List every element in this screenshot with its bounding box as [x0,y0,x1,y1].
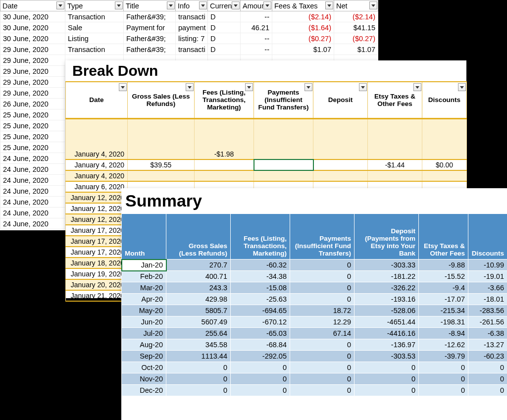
cell[interactable]: $41.15 [334,22,378,33]
cell[interactable]: -193.16 [355,294,419,305]
cell[interactable]: Father&#39; [124,44,176,55]
cell[interactable]: Sep-20 [122,351,166,362]
cell[interactable]: -13.27 [468,339,507,351]
table-row[interactable]: Jun-205607.49-670.1212.29-4651.44-198.31… [122,316,507,328]
cell[interactable]: Mar-20 [122,282,166,294]
cell[interactable]: 29 June, 2020 [0,88,65,99]
cell[interactable]: 345.58 [166,339,231,351]
cell[interactable]: Jul-20 [122,328,166,339]
filter-dropdown-icon[interactable] [359,83,367,91]
table-row[interactable]: May-205805.7-694.6518.72-528.06-215.34-2… [122,305,507,316]
cell[interactable] [254,159,313,170]
cell[interactable]: -283.56 [468,305,507,316]
col-header[interactable]: Etsy Taxes & Other Fees [419,214,468,260]
cell[interactable]: 24 June, 2020 [0,218,65,229]
cell[interactable]: -292.05 [231,351,290,362]
cell[interactable]: 24 June, 2020 [0,164,65,175]
cell[interactable]: -12.62 [419,339,468,351]
cell[interactable]: -670.12 [231,316,290,328]
cell[interactable]: -18.01 [468,294,507,305]
cell[interactable]: -68.84 [231,339,290,351]
table-row[interactable]: Sep-201113.44-292.050-303.53-39.79-60.23 [122,351,507,362]
cell[interactable]: 0 [290,385,355,396]
cell[interactable] [128,118,195,159]
cell[interactable]: 0 [290,362,355,373]
cell[interactable]: 5607.49 [166,316,231,328]
cell[interactable]: -261.56 [468,316,507,328]
cell[interactable]: -694.65 [231,305,290,316]
cell[interactable]: -60.32 [231,260,290,271]
cell[interactable]: ($1.64) [272,22,334,33]
cell[interactable]: 5805.7 [166,305,231,316]
cell[interactable]: 0 [231,373,290,385]
cell[interactable]: Jun-20 [122,316,166,328]
table-row[interactable]: 30 June, 2020ListingFather&#39;listing: … [0,33,378,44]
col-header[interactable]: Payments (Insufficient Fund Transfers) [254,82,313,118]
table-row[interactable]: January 4, 2020-$1.98 [66,118,467,159]
col-header[interactable]: Deposit (Payments from Etsy into Your Ba… [355,214,419,260]
col-header[interactable]: Fees (Listing, Transactions, Marketing) [195,82,254,118]
cell[interactable]: -39.79 [419,351,468,362]
table-row[interactable]: Jan-20270.7-60.320-303.33-9.88-10.99 [122,260,507,271]
cell[interactable]: January 6, 2020 [66,181,128,192]
cell[interactable]: -10.99 [468,260,507,271]
cell[interactable]: 0 [355,362,419,373]
filter-dropdown-icon[interactable] [263,1,271,9]
cell[interactable]: -528.06 [355,305,419,316]
cell[interactable]: 400.71 [166,271,231,282]
filter-dropdown-icon[interactable] [458,83,466,91]
cell[interactable]: 24 June, 2020 [0,197,65,208]
table-row[interactable]: Oct-20000000 [122,362,507,373]
cell[interactable]: 25 June, 2020 [0,109,65,120]
table-row[interactable]: Apr-20429.98-25.630-193.16-17.07-18.01 [122,294,507,305]
cell[interactable]: 30 June, 2020 [0,11,65,22]
table-row[interactable]: 30 June, 2020TransactionFather&#39;trans… [0,11,378,22]
col-header[interactable]: Info [176,0,208,11]
cell[interactable]: 0 [166,385,231,396]
cell[interactable]: 12.29 [290,316,355,328]
cell[interactable]: January 4, 2020 [66,170,128,181]
filter-dropdown-icon[interactable] [325,1,333,9]
cell[interactable]: -326.22 [355,282,419,294]
cell[interactable]: January 12, 2020 [66,192,128,203]
filter-dropdown-icon[interactable] [167,1,175,9]
cell[interactable]: 24 June, 2020 [0,208,65,218]
cell[interactable]: 0 [468,385,507,396]
col-header[interactable]: Currenc [208,0,241,11]
cell[interactable]: listing: 7 [176,33,208,44]
cell[interactable]: -198.31 [419,316,468,328]
cell[interactable]: 29 June, 2020 [0,77,65,88]
cell[interactable] [195,170,254,181]
cell[interactable]: -15.08 [231,282,290,294]
cell[interactable]: D [208,44,241,55]
cell[interactable]: 46.21 [241,22,272,33]
cell[interactable]: ($2.14) [272,11,334,22]
cell[interactable]: -9.88 [419,260,468,271]
cell[interactable]: D [208,33,241,44]
cell[interactable]: Dec-20 [122,385,166,396]
cell[interactable]: May-20 [122,305,166,316]
cell[interactable]: 0 [290,373,355,385]
cell[interactable]: $0.00 [422,159,467,170]
cell[interactable]: January 20, 2020 [66,279,128,290]
cell[interactable]: 30 June, 2020 [0,22,65,33]
cell[interactable]: January 17, 2020 [66,236,128,247]
cell[interactable]: January 21, 2020 [66,290,128,301]
cell[interactable]: transacti [176,44,208,55]
cell[interactable]: -$1.44 [368,159,422,170]
cell[interactable]: ($0.27) [334,33,378,44]
cell[interactable]: 26 June, 2020 [0,99,65,109]
cell[interactable]: 270.7 [166,260,231,271]
col-header[interactable]: Gross Sales (Less Refunds) [128,82,195,118]
filter-dropdown-icon[interactable] [245,83,253,91]
cell[interactable]: Listing [65,33,124,44]
cell[interactable]: 29 June, 2020 [0,55,65,66]
cell[interactable]: -303.33 [355,260,419,271]
table-row[interactable]: Jul-20255.64-65.0367.14-4416.16-8.94-6.3… [122,328,507,339]
cell[interactable]: January 17, 2020 [66,225,128,236]
table-row[interactable]: 29 June, 2020TransactionFather&#39;trans… [0,44,378,55]
cell[interactable]: January 12, 2020 [66,214,128,225]
cell[interactable]: 0 [419,373,468,385]
filter-dropdown-icon[interactable] [115,1,123,9]
cell[interactable]: -34.38 [231,271,290,282]
